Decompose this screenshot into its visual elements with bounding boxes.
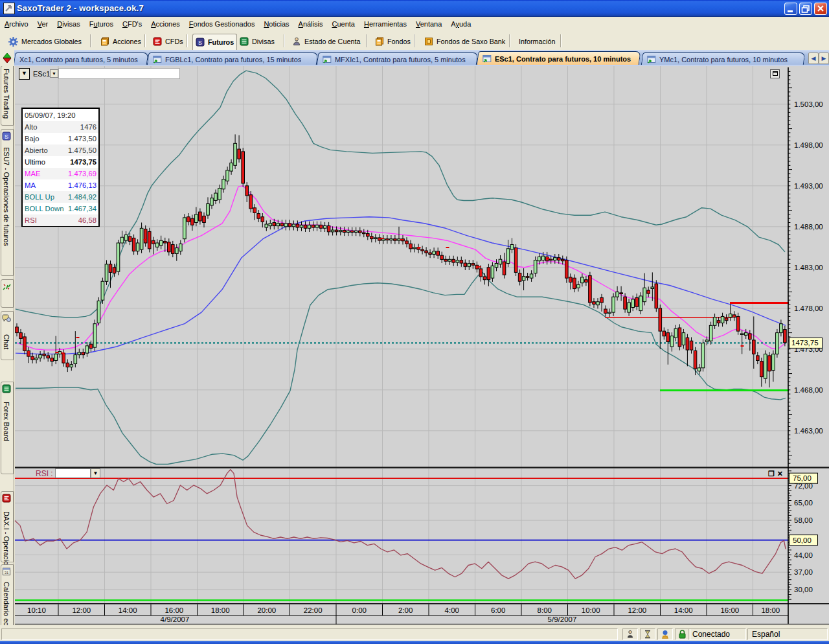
svg-text:1.478,00: 1.478,00 (794, 305, 823, 312)
svg-text:31: 31 (5, 571, 9, 575)
svg-text:1.503,00: 1.503,00 (794, 100, 823, 108)
svg-text:5/9/2007: 5/9/2007 (548, 615, 577, 623)
svg-text:30,00: 30,00 (794, 586, 813, 593)
svg-text:4:00: 4:00 (445, 606, 459, 614)
svg-text:16:00: 16:00 (720, 606, 739, 614)
svg-text:14:00: 14:00 (674, 606, 693, 614)
svg-text:0:00: 0:00 (352, 606, 367, 614)
svg-text:1.463,00: 1.463,00 (794, 427, 823, 435)
svg-text:1.483,00: 1.483,00 (794, 264, 823, 271)
svg-text:8:00: 8:00 (538, 606, 552, 614)
svg-text:65,00: 65,00 (794, 499, 813, 507)
svg-text:1.498,00: 1.498,00 (794, 141, 823, 149)
svg-text:16:00: 16:00 (165, 606, 183, 614)
svg-text:12:00: 12:00 (628, 606, 646, 614)
svg-text:1473,75: 1473,75 (791, 339, 819, 347)
svg-text:1.488,00: 1.488,00 (794, 223, 823, 231)
svg-text:1.468,00: 1.468,00 (794, 386, 823, 394)
svg-text:20:00: 20:00 (257, 606, 276, 614)
svg-text:4/9/2007: 4/9/2007 (161, 615, 190, 623)
svg-text:1.493,00: 1.493,00 (794, 182, 823, 190)
svg-text:10:00: 10:00 (582, 606, 600, 614)
svg-text:44,00: 44,00 (794, 551, 813, 559)
svg-text:12:00: 12:00 (72, 606, 91, 614)
svg-text:58,00: 58,00 (794, 516, 813, 524)
svg-text:37,00: 37,00 (794, 568, 813, 576)
svg-text:14:00: 14:00 (119, 606, 137, 614)
svg-text:S: S (198, 40, 202, 46)
svg-text:18:00: 18:00 (211, 606, 230, 614)
svg-text:22:00: 22:00 (304, 606, 323, 614)
svg-text:50,00: 50,00 (793, 536, 812, 544)
svg-text:2:00: 2:00 (398, 606, 413, 614)
svg-text:S: S (5, 133, 8, 140)
svg-text:10:10: 10:10 (27, 606, 46, 614)
svg-text:75,00: 75,00 (793, 474, 812, 482)
svg-text:6:00: 6:00 (491, 606, 505, 614)
svg-text:18:00: 18:00 (761, 606, 780, 614)
